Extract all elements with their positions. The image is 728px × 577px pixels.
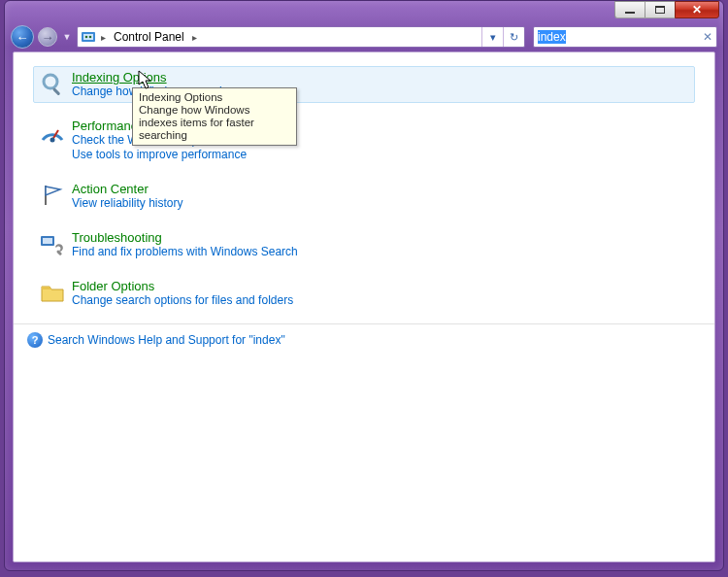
control-panel-icon — [81, 29, 96, 45]
tooltip: Indexing Options Change how Windows inde… — [132, 87, 297, 146]
help-link-text: Search Windows Help and Support for "ind… — [48, 333, 285, 347]
back-button[interactable]: ← — [11, 25, 34, 49]
nav-history-dropdown[interactable]: ▼ — [61, 26, 73, 48]
refresh-button[interactable]: ↻ — [503, 27, 524, 47]
result-subtask[interactable]: View reliability history — [72, 196, 183, 211]
arrow-left-icon: ← — [17, 30, 29, 45]
window-buttons: ✕ — [615, 1, 719, 18]
titlebar: ✕ — [5, 1, 723, 22]
svg-rect-5 — [52, 87, 60, 95]
maximize-button[interactable] — [645, 1, 676, 18]
mouse-cursor-icon — [137, 70, 154, 91]
window-frame: ✕ ← → ▼ ▸ Control Panel ▸ ▾ ↻ ✕ — [4, 0, 724, 571]
help-icon: ? — [27, 332, 43, 348]
svg-point-7 — [50, 138, 55, 143]
flag-icon — [39, 182, 66, 209]
meter-icon — [39, 119, 66, 146]
close-button[interactable]: ✕ — [675, 1, 719, 18]
result-subtask[interactable]: Use tools to improve performance — [72, 148, 268, 162]
minimize-button[interactable] — [614, 1, 645, 18]
result-title[interactable]: Troubleshooting — [72, 230, 298, 245]
tooltip-body: Change how Windows indexes items for fas… — [139, 104, 290, 142]
address-dropdown-button[interactable]: ▾ — [481, 27, 503, 47]
clear-search-icon[interactable]: ✕ — [703, 30, 712, 44]
divider — [14, 323, 714, 324]
result-subtask[interactable]: Change search options for files and fold… — [72, 293, 293, 308]
address-bar[interactable]: ▸ Control Panel ▸ ▾ ↻ — [77, 26, 525, 48]
arrow-right-icon: → — [42, 30, 54, 45]
folder-icon — [39, 279, 66, 306]
result-subtask[interactable]: Find and fix problems with Windows Searc… — [72, 245, 298, 259]
forward-button[interactable]: → — [38, 27, 57, 47]
result-folder-options[interactable]: Folder Options Change search options for… — [33, 275, 695, 312]
wrench-icon — [39, 230, 66, 257]
result-title[interactable]: Indexing Options — [72, 70, 238, 85]
navbar: ← → ▼ ▸ Control Panel ▸ ▾ ↻ ✕ — [5, 22, 723, 51]
content-pane: Indexing Options Change how Windows sear… — [13, 51, 715, 562]
breadcrumb-root[interactable]: Control Panel — [108, 27, 190, 47]
result-troubleshooting[interactable]: Troubleshooting Find and fix problems wi… — [33, 226, 695, 263]
result-title[interactable]: Folder Options — [72, 279, 293, 293]
tooltip-title: Indexing Options — [139, 91, 290, 104]
svg-point-4 — [44, 75, 57, 88]
search-box[interactable]: ✕ — [533, 26, 717, 48]
breadcrumb-sep-icon: ▸ — [190, 32, 199, 43]
svg-point-3 — [89, 36, 92, 39]
search-input[interactable] — [534, 28, 716, 46]
svg-rect-1 — [83, 34, 93, 40]
svg-point-2 — [85, 36, 88, 39]
result-action-center[interactable]: Action Center View reliability history — [33, 178, 695, 215]
help-search-link[interactable]: ? Search Windows Help and Support for "i… — [27, 332, 695, 348]
result-title[interactable]: Action Center — [72, 182, 183, 196]
svg-rect-10 — [43, 238, 52, 244]
breadcrumb-sep-icon: ▸ — [99, 32, 108, 43]
magnifier-icon — [39, 70, 66, 97]
